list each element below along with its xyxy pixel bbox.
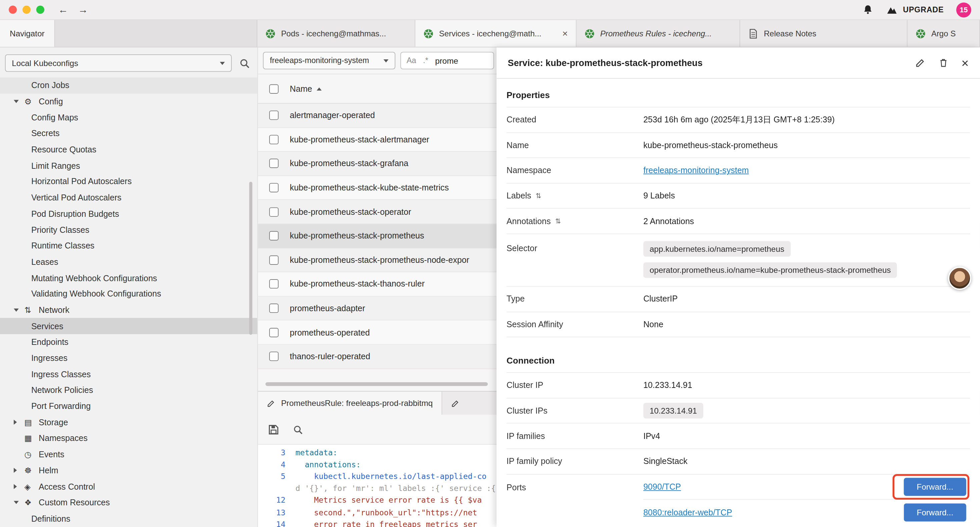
sidebar-item-limit-ranges[interactable]: Limit Ranges [0,158,257,174]
sidebar-item-access-control[interactable]: ◈Access Control [0,479,257,495]
sidebar-item-storage[interactable]: ▤Storage [0,414,257,430]
code-text: metadata: [286,448,337,457]
sidebar-item-network-policies[interactable]: Network Policies [0,382,257,398]
row-checkbox[interactable] [269,280,278,289]
custom-resources-icon: ❖ [24,498,39,507]
sidebar-item-pod-disruption-budgets[interactable]: Pod Disruption Budgets [0,206,257,222]
sidebar-item-helm[interactable]: ☸Helm [0,463,257,479]
tab-prometheus-rules-icecheng[interactable]: Prometheus Rules - icecheng... [576,20,740,47]
sidebar-item-resource-quotas[interactable]: Resource Quotas [0,142,257,158]
tab-pods-icecheng-mathmas[interactable]: Pods - icecheng@mathmas... [257,20,415,47]
minimize-window-button[interactable] [22,6,30,14]
sidebar-item-config-maps[interactable]: Config Maps [0,110,257,126]
expand-toggle-icon[interactable]: ⇅ [555,217,561,225]
forward-arrow-icon[interactable]: → [78,5,88,15]
forward-button[interactable]: Forward... [904,478,966,496]
chevron-down-icon[interactable] [14,309,24,312]
notifications-bell-icon[interactable] [862,4,873,15]
row-checkbox[interactable] [269,255,278,265]
chevron-down-icon[interactable] [14,100,24,103]
sidebar-scrollbar[interactable] [249,182,252,335]
namespace-filter-value: freeleaps-monitoring-system [270,56,369,65]
edit-icon[interactable] [915,57,926,68]
sidebar-item-cron-jobs[interactable]: Cron Jobs [0,77,257,93]
sidebar-item-priority-classes[interactable]: Priority Classes [0,222,257,238]
sidebar-item-namespaces[interactable]: ▦Namespaces [0,430,257,446]
user-avatar[interactable] [948,267,971,290]
sidebar-item-endpoints[interactable]: Endpoints [0,334,257,350]
sidebar-item-validating-webhook-configurations[interactable]: Validating Webhook Configurations [0,286,257,302]
code-text: Metrics service error rate is {{ $va [286,496,482,505]
chevron-down-icon[interactable] [14,501,24,504]
search-icon[interactable] [293,424,303,434]
sidebar-item-label: Pod Disruption Budgets [31,209,119,218]
line-number: 12 [258,496,285,505]
delete-icon[interactable] [938,57,949,68]
sidebar-item-horizontal-pod-autoscalers[interactable]: Horizontal Pod Autoscalers [0,174,257,190]
sidebar-item-ingresses[interactable]: Ingresses [0,350,257,366]
service-name: alertmanager-operated [290,111,375,120]
upgrade-button[interactable]: UPGRADE [886,5,944,14]
sidebar-item-leases[interactable]: Leases [0,254,257,270]
sidebar-item-custom-resources[interactable]: ❖Custom Resources [0,495,257,511]
close-window-button[interactable] [9,6,17,14]
select-all-checkbox[interactable] [269,84,278,93]
row-checkbox[interactable] [269,111,278,120]
chevron-right-icon[interactable] [14,420,24,425]
tab-release-notes[interactable]: Release Notes [740,20,908,47]
port-link[interactable]: 9090/TCP [643,482,681,491]
row-checkbox[interactable] [269,135,278,144]
sidebar-item-label: Definitions [31,514,70,523]
row-checkbox[interactable] [269,328,278,337]
sidebar-item-events[interactable]: ◷Events [0,446,257,462]
expand-toggle-icon[interactable]: ⇅ [536,192,541,200]
namespace-filter-select[interactable]: freeleaps-monitoring-system [263,52,395,69]
navigator-tab[interactable]: Navigator [0,20,55,47]
sidebar-item-runtime-classes[interactable]: Runtime Classes [0,238,257,254]
service-name: kube-prometheus-stack-thanos-ruler [290,280,425,289]
port-link[interactable]: 8080:reloader-web/TCP [643,508,732,517]
chevron-right-icon[interactable] [14,484,24,489]
back-arrow-icon[interactable]: ← [58,5,68,15]
row-checkbox[interactable] [269,159,278,169]
row-checkbox[interactable] [269,207,278,217]
match-case-toggle[interactable]: Aa [407,56,416,65]
notification-count-badge[interactable]: 15 [956,2,971,18]
sidebar-item-definitions[interactable]: Definitions [0,511,257,527]
sidebar-item-config[interactable]: ⚙Config [0,93,257,110]
save-icon[interactable] [268,424,279,435]
traffic-lights [9,6,45,14]
sidebar-item-services[interactable]: Services [0,318,257,334]
dock-tab-prometheusrule[interactable]: PrometheusRule: freeleaps-prod-rabbitmq [258,392,442,415]
sidebar-item-network[interactable]: ⇅Network [0,302,257,318]
service-name: kube-prometheus-stack-alertmanager [290,135,429,144]
table-search-input[interactable]: Aa .* prome [400,52,494,69]
horizontal-scrollbar[interactable] [266,382,488,386]
row-checkbox[interactable] [269,183,278,193]
close-icon[interactable]: × [961,56,969,69]
forward-button[interactable]: Forward... [904,503,966,521]
sidebar-search-icon[interactable] [239,58,250,68]
regex-toggle[interactable]: .* [423,56,428,65]
row-checkbox[interactable] [269,304,278,313]
sidebar-item-ingress-classes[interactable]: Ingress Classes [0,366,257,382]
close-tab-icon[interactable]: × [560,28,570,39]
row-value: SingleStack [643,457,687,466]
row-checkbox[interactable] [269,352,278,361]
sidebar-item-vertical-pod-autoscalers[interactable]: Vertical Pod Autoscalers [0,190,257,206]
document-icon [748,29,758,38]
namespace-link[interactable]: freeleaps-monitoring-system [643,166,749,175]
sidebar-item-secrets[interactable]: Secrets [0,126,257,142]
name-column-header[interactable]: Name [290,84,321,93]
chevron-right-icon[interactable] [14,468,24,473]
row-label: Selector [507,241,643,253]
maximize-window-button[interactable] [37,6,45,14]
sidebar-item-port-forwarding[interactable]: Port Forwarding [0,398,257,414]
sidebar-item-mutating-webhook-configurations[interactable]: Mutating Webhook Configurations [0,270,257,286]
kubeconfig-selector[interactable]: Local Kubeconfigs [5,54,232,72]
sidebar-item-label: Port Forwarding [31,401,91,411]
row-checkbox[interactable] [269,231,278,240]
tab-services-icecheng-math[interactable]: Services - icecheng@math...× [415,20,576,47]
tab-argo-s[interactable]: Argo S [908,20,980,47]
row-label: Annotations ⇅ [507,217,643,226]
